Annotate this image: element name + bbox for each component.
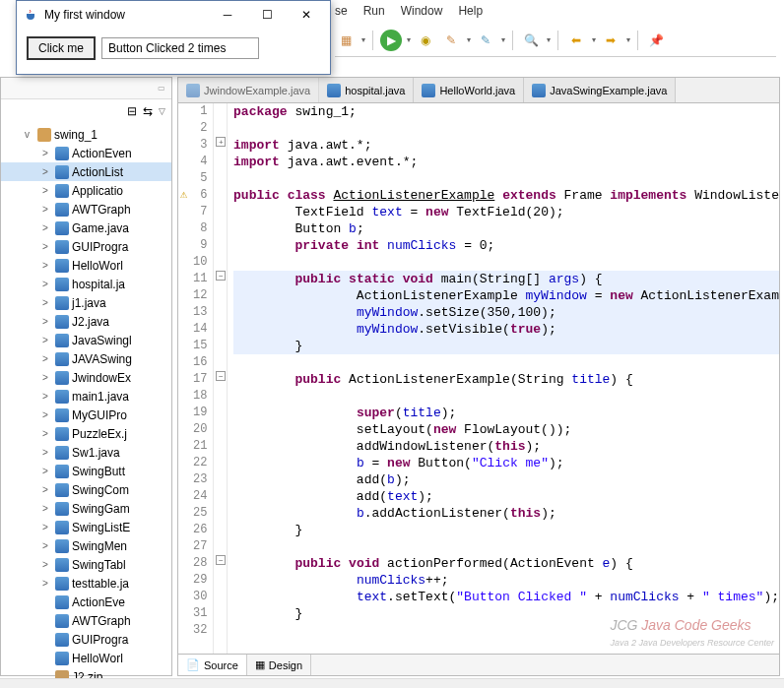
- fold-icon[interactable]: −: [216, 371, 226, 381]
- view-menu-icon[interactable]: ▽: [159, 106, 165, 116]
- menu-window[interactable]: Window: [401, 4, 443, 18]
- tree-file-item[interactable]: >SwingListE: [1, 518, 171, 536]
- tree-file-item[interactable]: >JAVASwing: [1, 349, 171, 368]
- tree-package-root[interactable]: v swing_1: [1, 125, 171, 144]
- run-icon[interactable]: ▶: [380, 30, 402, 51]
- forward-icon[interactable]: ➡: [600, 30, 621, 51]
- new-package-icon[interactable]: ✎: [440, 30, 462, 51]
- minimize-button[interactable]: ─: [208, 4, 247, 26]
- editor-tabs: JwindowExample.java hospital.java HelloW…: [178, 78, 779, 103]
- panel-close-icon[interactable]: ▭: [158, 84, 165, 93]
- tree-file-item[interactable]: >HelloWorl: [1, 256, 171, 275]
- search-icon[interactable]: 🔍: [520, 30, 542, 51]
- tree-file-item[interactable]: >PuzzleEx.j: [1, 424, 171, 443]
- java-cup-icon: [23, 7, 38, 23]
- tree-file-item[interactable]: >SwingMen: [1, 536, 171, 555]
- design-icon: ▦: [255, 658, 265, 671]
- new-class-icon[interactable]: ✎: [475, 30, 496, 51]
- design-tab[interactable]: ▦Design: [247, 655, 311, 675]
- package-explorer-panel: ▭ ⊟ ⇆ ▽ v swing_1 >ActionEven>ActionList…: [0, 77, 172, 676]
- editor-area: JwindowExample.java hospital.java HelloW…: [177, 77, 780, 676]
- tree-file-item[interactable]: >testtable.ja: [1, 574, 171, 593]
- toolbar-new-icon[interactable]: ▦: [335, 30, 357, 51]
- editor-tab[interactable]: hospital.java: [319, 78, 414, 102]
- tree-file-item[interactable]: >MyGUIPro: [1, 406, 171, 424]
- fold-icon[interactable]: +: [216, 137, 226, 147]
- tree-file-item[interactable]: HelloWorl: [1, 649, 171, 667]
- tree-file-item[interactable]: >GUIProgra: [1, 237, 171, 256]
- tree-file-item[interactable]: ActionEve: [1, 593, 171, 611]
- menu-run[interactable]: Run: [363, 4, 385, 18]
- code-editor[interactable]: 12345⚠6789101112131415161718192021222324…: [178, 103, 779, 654]
- tree-file-item[interactable]: >SwingTabl: [1, 555, 171, 574]
- tree-file-item[interactable]: >SwingButt: [1, 462, 171, 480]
- tree-file-item[interactable]: GUIProgra: [1, 630, 171, 649]
- click-me-button[interactable]: Click me: [27, 36, 96, 60]
- java-application-window: My first window ─ ☐ ✕ Click me: [16, 0, 331, 75]
- editor-bottom-tabs: 📄Source ▦Design: [178, 654, 779, 675]
- close-button[interactable]: ✕: [287, 4, 326, 26]
- tree-file-item[interactable]: >main1.java: [1, 387, 171, 406]
- tree-file-item[interactable]: >j1.java: [1, 293, 171, 312]
- editor-tab[interactable]: HelloWorld.java: [414, 78, 524, 102]
- fold-icon[interactable]: −: [216, 555, 226, 565]
- tree-file-item[interactable]: >ActionList: [1, 162, 171, 181]
- tree-file-item[interactable]: >AWTGraph: [1, 200, 171, 219]
- menu-item[interactable]: se: [335, 4, 348, 18]
- editor-tab[interactable]: JavaSwingExample.java: [524, 78, 676, 102]
- link-editor-icon[interactable]: ⇆: [143, 104, 153, 118]
- pin-icon[interactable]: 📌: [645, 30, 667, 51]
- tree-file-item[interactable]: >hospital.ja: [1, 275, 171, 293]
- horizontal-scrollbar[interactable]: [0, 678, 784, 688]
- tree-file-item[interactable]: >JwindowEx: [1, 368, 171, 387]
- maximize-button[interactable]: ☐: [247, 4, 287, 26]
- source-icon: 📄: [186, 658, 200, 671]
- java-window-titlebar[interactable]: My first window ─ ☐ ✕: [17, 1, 330, 29]
- menu-help[interactable]: Help: [458, 4, 483, 18]
- editor-tab[interactable]: JwindowExample.java: [178, 78, 319, 102]
- tree-file-item[interactable]: >Game.java: [1, 219, 171, 237]
- tree-file-item[interactable]: >SwingGam: [1, 499, 171, 518]
- tree-file-item[interactable]: AWTGraph: [1, 611, 171, 630]
- back-icon[interactable]: ⬅: [565, 30, 587, 51]
- tree-file-item[interactable]: >ActionEven: [1, 144, 171, 162]
- eclipse-toolbar: ▦▾ ▶▾ ◉ ✎▾ ✎▾ 🔍▾ ⬅▾ ➡▾ 📌: [335, 24, 776, 57]
- tree-file-item[interactable]: >Applicatio: [1, 181, 171, 200]
- source-tab[interactable]: 📄Source: [178, 655, 247, 675]
- tree-file-item[interactable]: >JavaSwingl: [1, 331, 171, 349]
- collapse-all-icon[interactable]: ⊟: [127, 104, 137, 118]
- tree-file-item[interactable]: >SwingCom: [1, 480, 171, 499]
- result-textfield[interactable]: [101, 37, 259, 59]
- java-window-title: My first window: [44, 8, 125, 22]
- tree-file-item[interactable]: >J2.java: [1, 312, 171, 331]
- tree-file-item[interactable]: >Sw1.java: [1, 443, 171, 462]
- package-tree: v swing_1 >ActionEven>ActionList>Applica…: [1, 123, 171, 688]
- eclipse-menu-bar: se Run Window Help: [335, 4, 483, 18]
- fold-icon[interactable]: −: [216, 271, 226, 281]
- open-type-icon[interactable]: ◉: [415, 30, 436, 51]
